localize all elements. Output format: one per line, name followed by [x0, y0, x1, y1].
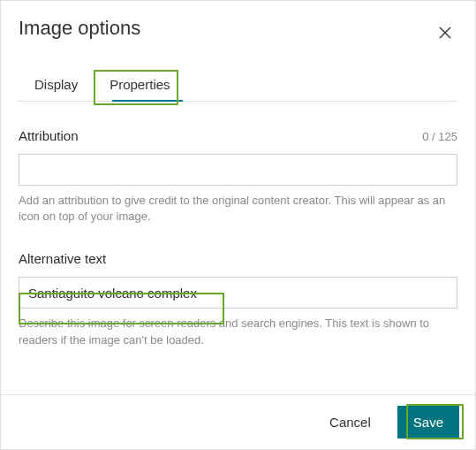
- tab-properties[interactable]: Properties: [94, 68, 185, 101]
- close-button[interactable]: [433, 20, 457, 45]
- attribution-label: Attribution: [19, 128, 79, 143]
- attribution-input[interactable]: [19, 154, 457, 186]
- dialog-footer: Cancel Save: [1, 394, 475, 449]
- alt-text-help: Describe this image for screen readers a…: [19, 316, 457, 347]
- image-options-dialog: Image options Display Properties Attribu…: [0, 0, 476, 450]
- alt-text-field: Alternative text Describe this image for…: [19, 251, 457, 347]
- dialog-content: Image options Display Properties Attribu…: [1, 1, 475, 394]
- alt-text-input[interactable]: [19, 277, 457, 309]
- save-button[interactable]: Save: [397, 406, 459, 439]
- attribution-counter: 0 / 125: [422, 130, 457, 143]
- attribution-help: Add an attribution to give credit to the…: [19, 193, 457, 225]
- dialog-header: Image options: [19, 17, 457, 45]
- close-icon: [438, 26, 452, 40]
- dialog-title: Image options: [19, 17, 140, 40]
- alt-text-label: Alternative text: [19, 251, 106, 266]
- tab-active-indicator: [112, 100, 183, 102]
- tabs-divider: [19, 101, 457, 102]
- attribution-field: Attribution 0 / 125 Add an attribution t…: [19, 128, 457, 225]
- tab-display[interactable]: Display: [19, 68, 94, 101]
- cancel-button[interactable]: Cancel: [319, 406, 382, 439]
- tabs: Display Properties: [19, 68, 457, 102]
